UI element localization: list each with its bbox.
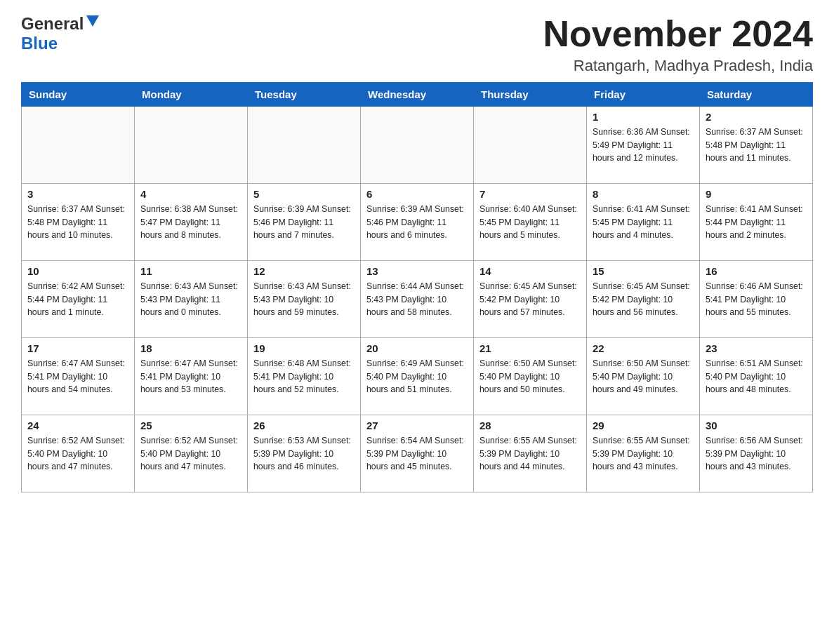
week-row-5: 24Sunrise: 6:52 AM Sunset: 5:40 PM Dayli… (22, 415, 813, 492)
day-number: 25 (140, 420, 241, 431)
day-cell: 19Sunrise: 6:48 AM Sunset: 5:41 PM Dayli… (248, 338, 361, 415)
day-info: Sunrise: 6:41 AM Sunset: 5:44 PM Dayligh… (706, 203, 807, 241)
day-info: Sunrise: 6:41 AM Sunset: 5:45 PM Dayligh… (593, 203, 694, 241)
day-cell: 29Sunrise: 6:55 AM Sunset: 5:39 PM Dayli… (587, 415, 700, 492)
day-cell: 28Sunrise: 6:55 AM Sunset: 5:39 PM Dayli… (474, 415, 587, 492)
day-cell: 12Sunrise: 6:43 AM Sunset: 5:43 PM Dayli… (248, 261, 361, 338)
day-number: 26 (253, 420, 355, 431)
col-header-sunday: Sunday (22, 83, 135, 107)
day-info: Sunrise: 6:48 AM Sunset: 5:41 PM Dayligh… (253, 357, 355, 396)
day-cell: 4Sunrise: 6:38 AM Sunset: 5:47 PM Daylig… (135, 184, 248, 261)
day-cell: 15Sunrise: 6:45 AM Sunset: 5:42 PM Dayli… (587, 261, 700, 338)
col-header-monday: Monday (135, 83, 248, 107)
day-number: 16 (706, 265, 807, 277)
day-info: Sunrise: 6:37 AM Sunset: 5:48 PM Dayligh… (706, 126, 807, 164)
day-number: 8 (593, 188, 694, 200)
day-cell: 27Sunrise: 6:54 AM Sunset: 5:39 PM Dayli… (361, 415, 474, 492)
day-number: 28 (479, 420, 581, 431)
day-cell (135, 107, 248, 184)
day-number: 10 (27, 265, 128, 277)
day-cell (474, 107, 587, 184)
day-number: 23 (706, 342, 807, 354)
day-info: Sunrise: 6:39 AM Sunset: 5:46 PM Dayligh… (253, 203, 355, 241)
day-number: 21 (479, 342, 581, 354)
day-cell (361, 107, 474, 184)
day-info: Sunrise: 6:53 AM Sunset: 5:39 PM Dayligh… (253, 434, 355, 473)
day-info: Sunrise: 6:54 AM Sunset: 5:39 PM Dayligh… (366, 434, 468, 473)
day-info: Sunrise: 6:43 AM Sunset: 5:43 PM Dayligh… (253, 280, 355, 318)
day-info: Sunrise: 6:47 AM Sunset: 5:41 PM Dayligh… (140, 357, 241, 396)
week-row-2: 3Sunrise: 6:37 AM Sunset: 5:48 PM Daylig… (22, 184, 813, 261)
week-row-3: 10Sunrise: 6:42 AM Sunset: 5:44 PM Dayli… (22, 261, 813, 338)
logo: General Blue (21, 14, 99, 53)
header: General Blue November 2024 Ratangarh, Ma… (21, 14, 813, 75)
logo-general-text: General (21, 14, 84, 34)
calendar-table: SundayMondayTuesdayWednesdayThursdayFrid… (21, 82, 813, 492)
day-cell: 13Sunrise: 6:44 AM Sunset: 5:43 PM Dayli… (361, 261, 474, 338)
day-cell: 1Sunrise: 6:36 AM Sunset: 5:49 PM Daylig… (587, 107, 700, 184)
day-cell: 2Sunrise: 6:37 AM Sunset: 5:48 PM Daylig… (700, 107, 813, 184)
day-cell: 11Sunrise: 6:43 AM Sunset: 5:43 PM Dayli… (135, 261, 248, 338)
day-cell: 18Sunrise: 6:47 AM Sunset: 5:41 PM Dayli… (135, 338, 248, 415)
day-number: 24 (27, 420, 128, 431)
day-cell: 5Sunrise: 6:39 AM Sunset: 5:46 PM Daylig… (248, 184, 361, 261)
day-number: 29 (593, 420, 694, 431)
day-info: Sunrise: 6:52 AM Sunset: 5:40 PM Dayligh… (140, 434, 241, 473)
day-cell: 26Sunrise: 6:53 AM Sunset: 5:39 PM Dayli… (248, 415, 361, 492)
day-number: 12 (253, 265, 355, 277)
day-number: 13 (366, 265, 468, 277)
day-number: 15 (593, 265, 694, 277)
main-title: November 2024 (543, 14, 813, 54)
day-info: Sunrise: 6:55 AM Sunset: 5:39 PM Dayligh… (593, 434, 694, 473)
col-header-wednesday: Wednesday (361, 83, 474, 107)
day-info: Sunrise: 6:46 AM Sunset: 5:41 PM Dayligh… (706, 280, 807, 318)
day-info: Sunrise: 6:36 AM Sunset: 5:49 PM Dayligh… (593, 126, 694, 164)
day-info: Sunrise: 6:49 AM Sunset: 5:40 PM Dayligh… (366, 357, 468, 396)
subtitle: Ratangarh, Madhya Pradesh, India (543, 57, 813, 75)
day-number: 30 (706, 420, 807, 431)
calendar-header-row: SundayMondayTuesdayWednesdayThursdayFrid… (22, 83, 813, 107)
day-info: Sunrise: 6:50 AM Sunset: 5:40 PM Dayligh… (479, 357, 581, 396)
day-info: Sunrise: 6:43 AM Sunset: 5:43 PM Dayligh… (140, 280, 241, 318)
week-row-1: 1Sunrise: 6:36 AM Sunset: 5:49 PM Daylig… (22, 107, 813, 184)
day-number: 1 (593, 111, 694, 123)
col-header-tuesday: Tuesday (248, 83, 361, 107)
day-cell: 6Sunrise: 6:39 AM Sunset: 5:46 PM Daylig… (361, 184, 474, 261)
day-cell: 22Sunrise: 6:50 AM Sunset: 5:40 PM Dayli… (587, 338, 700, 415)
day-number: 4 (140, 188, 241, 200)
day-cell: 3Sunrise: 6:37 AM Sunset: 5:48 PM Daylig… (22, 184, 135, 261)
logo-arrow-icon (85, 15, 99, 32)
day-info: Sunrise: 6:52 AM Sunset: 5:40 PM Dayligh… (27, 434, 128, 473)
day-number: 7 (479, 188, 581, 200)
day-number: 19 (253, 342, 355, 354)
day-info: Sunrise: 6:45 AM Sunset: 5:42 PM Dayligh… (593, 280, 694, 318)
day-info: Sunrise: 6:45 AM Sunset: 5:42 PM Dayligh… (479, 280, 581, 318)
day-number: 3 (27, 188, 128, 200)
day-info: Sunrise: 6:44 AM Sunset: 5:43 PM Dayligh… (366, 280, 468, 318)
day-info: Sunrise: 6:50 AM Sunset: 5:40 PM Dayligh… (593, 357, 694, 396)
day-number: 6 (366, 188, 468, 200)
day-info: Sunrise: 6:42 AM Sunset: 5:44 PM Dayligh… (27, 280, 128, 318)
day-number: 20 (366, 342, 468, 354)
logo-blue-text: Blue (21, 34, 58, 53)
day-cell: 24Sunrise: 6:52 AM Sunset: 5:40 PM Dayli… (22, 415, 135, 492)
day-number: 2 (706, 111, 807, 123)
day-info: Sunrise: 6:47 AM Sunset: 5:41 PM Dayligh… (27, 357, 128, 396)
day-number: 22 (593, 342, 694, 354)
day-cell: 9Sunrise: 6:41 AM Sunset: 5:44 PM Daylig… (700, 184, 813, 261)
day-cell: 20Sunrise: 6:49 AM Sunset: 5:40 PM Dayli… (361, 338, 474, 415)
day-info: Sunrise: 6:40 AM Sunset: 5:45 PM Dayligh… (479, 203, 581, 241)
day-number: 18 (140, 342, 241, 354)
day-info: Sunrise: 6:39 AM Sunset: 5:46 PM Dayligh… (366, 203, 468, 241)
day-cell: 17Sunrise: 6:47 AM Sunset: 5:41 PM Dayli… (22, 338, 135, 415)
day-cell (248, 107, 361, 184)
day-cell: 25Sunrise: 6:52 AM Sunset: 5:40 PM Dayli… (135, 415, 248, 492)
col-header-saturday: Saturday (700, 83, 813, 107)
day-cell: 10Sunrise: 6:42 AM Sunset: 5:44 PM Dayli… (22, 261, 135, 338)
week-row-4: 17Sunrise: 6:47 AM Sunset: 5:41 PM Dayli… (22, 338, 813, 415)
day-info: Sunrise: 6:51 AM Sunset: 5:40 PM Dayligh… (706, 357, 807, 396)
day-number: 27 (366, 420, 468, 431)
day-cell: 7Sunrise: 6:40 AM Sunset: 5:45 PM Daylig… (474, 184, 587, 261)
col-header-thursday: Thursday (474, 83, 587, 107)
day-cell: 14Sunrise: 6:45 AM Sunset: 5:42 PM Dayli… (474, 261, 587, 338)
